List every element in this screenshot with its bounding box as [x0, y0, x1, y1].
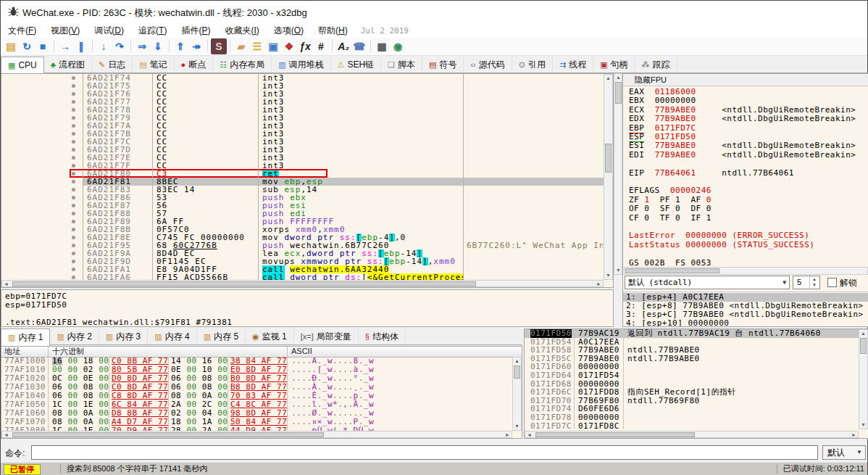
stack-row[interactable]: 0171FD5C77B9ABE0ntdll.77B9ABE0 — [525, 355, 859, 363]
argument-count-stepper[interactable]: 5 ▲▼ — [793, 276, 820, 289]
breakpoint-dot[interactable] — [72, 180, 75, 183]
argument-row[interactable]: 4: [esp+10] 00000000 — [623, 319, 868, 327]
stack-row[interactable]: 0171FD7C0171FD8C — [525, 422, 859, 429]
tab-跟踪[interactable]: ⁂跟踪 — [635, 57, 677, 73]
command-profile-select[interactable]: 默认 ▼ — [822, 445, 866, 460]
breakpoint-dot[interactable] — [72, 164, 75, 168]
breakpoint-dot[interactable] — [72, 228, 75, 231]
stack-row[interactable]: 0171FD7800000000 — [525, 413, 859, 422]
breakpoint-dot[interactable] — [72, 124, 75, 128]
stack-pane[interactable]: 0171FD5077B9AC19返回到 ntdll.77B9AC19 自 ntd… — [524, 329, 868, 439]
open-file-icon[interactable]: ▤ — [3, 38, 19, 54]
scroll-thumb[interactable] — [605, 144, 612, 173]
stack-vertical-scrollbar[interactable] — [859, 329, 868, 429]
maximize-button[interactable] — [801, 1, 834, 22]
scroll-down-arrow[interactable] — [614, 267, 622, 274]
run-to-user-icon[interactable]: ↠ — [188, 38, 204, 54]
stack-row[interactable]: 0171FD74D60FE6D6 — [525, 405, 859, 413]
scroll-thumb[interactable] — [514, 365, 520, 379]
calling-convention-select[interactable]: 默认 (stdcall) ▼ — [625, 276, 790, 289]
registers-vertical-scrollbar[interactable] — [614, 73, 622, 275]
scroll-right-arrow[interactable] — [504, 431, 512, 439]
restart-icon[interactable]: ↻ — [19, 38, 35, 54]
breakpoint-dot[interactable] — [72, 244, 75, 247]
tab-局部变量[interactable]: [x=]局部变量 — [294, 329, 359, 344]
label-icon[interactable]: ▣ — [265, 38, 281, 54]
scroll-right-arrow[interactable] — [595, 281, 603, 288]
menu-d[interactable]: 调试(D) — [87, 22, 131, 39]
tab-断点[interactable]: ●断点 — [175, 57, 214, 73]
register-line[interactable]: LastStatus 00000000 (STATUS_SUCCESS) — [629, 240, 814, 249]
stack-row[interactable]: 0171FD54A0C17EEA — [525, 338, 859, 347]
breakpoint-dot[interactable] — [72, 212, 75, 215]
stack-row[interactable]: 0171FD7077B69F80ntdll.77B69F80 — [525, 397, 859, 405]
register-line[interactable]: EDX 77B9ABE0 <ntdll.DbgUiRemoteBreakin> — [629, 114, 856, 123]
stack-row[interactable]: 0171FD6C0171FDD8指向SEH_Record[1]的指针 — [525, 388, 859, 397]
breakpoint-dot[interactable] — [72, 188, 75, 191]
tab-引用[interactable]: ⊙引用 — [512, 57, 553, 73]
command-input[interactable] — [31, 445, 818, 460]
scroll-up-arrow[interactable] — [859, 330, 867, 337]
breakpoint-dot[interactable] — [72, 220, 75, 223]
stack-row[interactable]: 0171FD640171FD54 — [525, 371, 859, 380]
stack-horizontal-scrollbar[interactable] — [525, 431, 859, 438]
scylla-icon[interactable]: S — [211, 38, 227, 54]
menu-t[interactable]: 追踪(T) — [131, 22, 174, 39]
tab-内存 5[interactable]: ▥内存 5 — [197, 329, 246, 344]
execute-till-return-icon[interactable]: ⇓ — [150, 38, 166, 54]
register-line[interactable]: LastError 00000000 (ERROR_SUCCESS) — [629, 231, 809, 240]
register-line[interactable]: EIP 77B64061 ntdll.77B64061 — [629, 168, 794, 178]
tab-脚本[interactable]: ❏脚本 — [381, 57, 422, 73]
hash-icon[interactable]: # — [313, 38, 329, 54]
hide-fpu-button[interactable]: 隐藏FPU — [623, 74, 868, 86]
step-over-icon[interactable]: ↷ — [112, 38, 128, 54]
register-line[interactable]: ESP 0171FD50 — [629, 132, 696, 141]
registers-horizontal-scrollbar[interactable] — [624, 267, 868, 275]
breakpoint-dot[interactable] — [72, 84, 75, 88]
string-icon[interactable]: A₂ — [335, 38, 351, 54]
tab-流程图[interactable]: ♣流程图 — [44, 57, 92, 73]
register-line[interactable]: CF 0 TF 0 IF 1 — [629, 213, 711, 223]
globe-icon[interactable]: ◉ — [390, 38, 406, 54]
disasm-vertical-scrollbar[interactable] — [604, 74, 613, 280]
breakpoint-dot[interactable] — [72, 236, 75, 239]
run-icon[interactable]: → — [57, 38, 73, 54]
register-line[interactable]: ZF 1 PF 1 AF 0 — [629, 195, 711, 205]
breakpoint-dot[interactable] — [72, 132, 75, 136]
scroll-thumb[interactable] — [535, 432, 695, 437]
register-line[interactable]: EBX 00000000 — [629, 96, 696, 105]
close-button[interactable] — [835, 1, 867, 22]
breakpoint-dot[interactable] — [72, 76, 75, 80]
stack-row[interactable]: 0171FD6800000000 — [525, 380, 859, 389]
breakpoint-dot[interactable] — [72, 276, 75, 279]
scroll-down-arrow[interactable] — [513, 423, 521, 430]
scroll-up-arrow[interactable] — [604, 75, 612, 82]
register-line[interactable]: GS 002B FS 0053 — [629, 258, 711, 267]
register-line[interactable]: EBP 0171FD7C — [629, 123, 696, 133]
register-line[interactable]: EAX 01186000 — [629, 87, 696, 96]
breakpoint-dot[interactable] — [72, 268, 75, 271]
unlock-checkbox[interactable] — [827, 278, 837, 287]
breakpoint-dot[interactable] — [72, 108, 75, 112]
tab-调用堆栈[interactable]: ▥调用堆栈 — [272, 57, 330, 73]
register-line[interactable]: OF 0 SF 0 DF 0 — [629, 204, 711, 213]
scroll-down-arrow[interactable] — [604, 272, 612, 279]
pause-icon[interactable]: ∥ — [73, 38, 89, 54]
breakpoint-dot[interactable] — [72, 148, 75, 152]
step-into-icon[interactable]: ↓ — [96, 38, 112, 54]
tab-日志[interactable]: ✎日志 — [92, 57, 133, 73]
breakpoint-dot[interactable] — [72, 92, 75, 96]
stop-icon[interactable]: ■ — [35, 38, 51, 54]
tab-内存布局[interactable]: ☷内存布局 — [213, 57, 272, 73]
tab-笔记[interactable]: ▤笔记 — [133, 57, 174, 73]
tab-CPU[interactable]: ▦CPU — [1, 57, 44, 75]
breakpoint-dot[interactable] — [72, 156, 75, 160]
memory-dump-pane[interactable]: 地址 十六进制 ASCII 77AF100016 00 18 00C0 8B A… — [1, 346, 522, 439]
register-line[interactable]: ECX 77B9ABE0 <ntdll.DbgUiRemoteBreakin> — [629, 105, 856, 115]
scroll-thumb[interactable] — [625, 268, 719, 273]
disasm-horizontal-scrollbar[interactable] — [1, 280, 604, 287]
scroll-up-arrow[interactable] — [513, 358, 521, 365]
run-to-user-code-icon[interactable]: ⇒ — [134, 38, 150, 54]
dump-vertical-scrollbar[interactable] — [512, 357, 522, 431]
breakpoint-dot[interactable] — [72, 252, 75, 255]
